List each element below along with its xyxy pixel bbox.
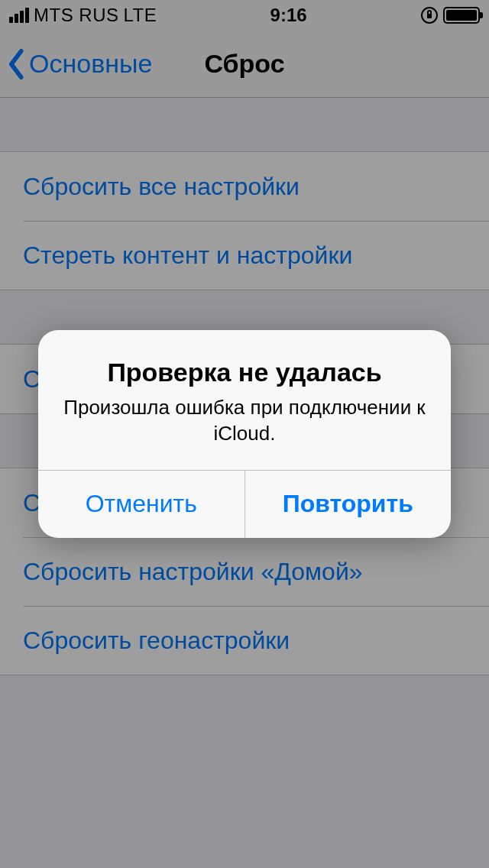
alert-title: Проверка не удалась [61, 358, 428, 387]
alert-message: Произошла ошибка при подключении к iClou… [61, 395, 428, 447]
modal-overlay: Проверка не удалась Произошла ошибка при… [0, 0, 489, 868]
alert-buttons: Отменить Повторить [38, 470, 451, 538]
alert-body: Проверка не удалась Произошла ошибка при… [38, 330, 451, 470]
alert-dialog: Проверка не удалась Произошла ошибка при… [38, 330, 451, 538]
alert-retry-button[interactable]: Повторить [244, 471, 452, 538]
alert-cancel-button[interactable]: Отменить [38, 471, 244, 538]
